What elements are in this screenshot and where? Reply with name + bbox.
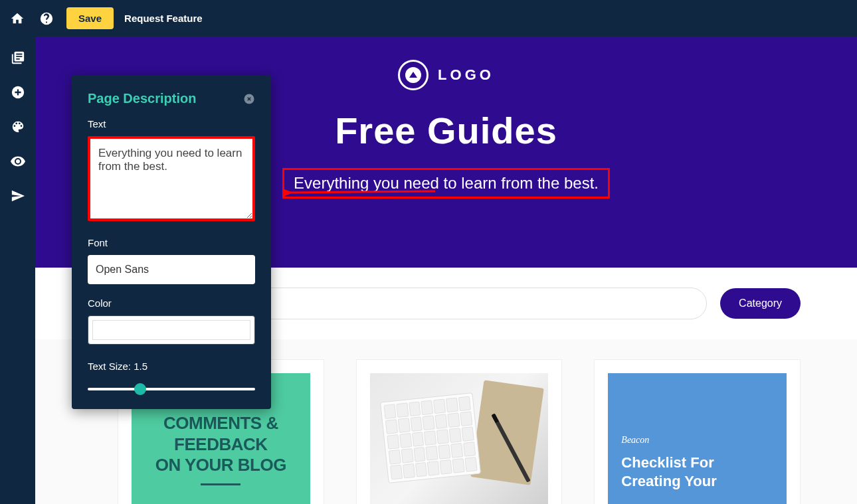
save-button[interactable]: Save: [66, 7, 114, 29]
color-swatch: [92, 320, 250, 340]
logo: LOGO: [398, 60, 494, 90]
card-title-line: COMMENTS & FEEDBACK: [163, 413, 278, 454]
text-size-label: Text Size: 1.5: [88, 361, 255, 372]
description-textarea[interactable]: Everything you need to learn from the be…: [88, 136, 255, 221]
guide-card[interactable]: [356, 359, 563, 504]
page-description[interactable]: Everything you need to learn from the be…: [294, 174, 599, 193]
text-size-slider[interactable]: [88, 388, 255, 390]
font-select[interactable]: [88, 255, 255, 284]
text-field-label: Text: [88, 118, 255, 129]
color-field-label: Color: [88, 297, 255, 309]
font-field-label: Font: [88, 237, 255, 248]
card-title-line: ON YOUR BLOG: [155, 455, 286, 475]
color-picker[interactable]: [88, 315, 255, 345]
notebook-graphic: [470, 380, 544, 485]
guide-card[interactable]: Beacon Checklist For Creating Your: [594, 359, 801, 504]
page-description-highlight: Everything you need to learn from the be…: [282, 168, 610, 199]
help-icon[interactable]: [37, 9, 56, 28]
preview-icon[interactable]: [10, 153, 26, 169]
logo-text: LOGO: [438, 66, 494, 84]
page-title[interactable]: Free Guides: [335, 109, 557, 152]
palette-icon[interactable]: [10, 119, 26, 135]
home-icon[interactable]: [8, 9, 27, 28]
request-feature-link[interactable]: Request Feature: [124, 13, 203, 24]
keyboard-graphic: [380, 392, 481, 483]
card-brand: Beacon: [621, 435, 649, 446]
card-title: Checklist For Creating Your: [621, 454, 773, 491]
pages-icon[interactable]: [10, 50, 26, 66]
divider: [201, 483, 240, 485]
send-icon[interactable]: [10, 188, 26, 204]
close-icon[interactable]: [243, 93, 255, 105]
page-description-panel: Page Description Text Everything you nee…: [72, 75, 271, 409]
category-button[interactable]: Category: [720, 288, 801, 319]
add-icon[interactable]: [10, 84, 26, 100]
panel-title: Page Description: [88, 91, 196, 106]
